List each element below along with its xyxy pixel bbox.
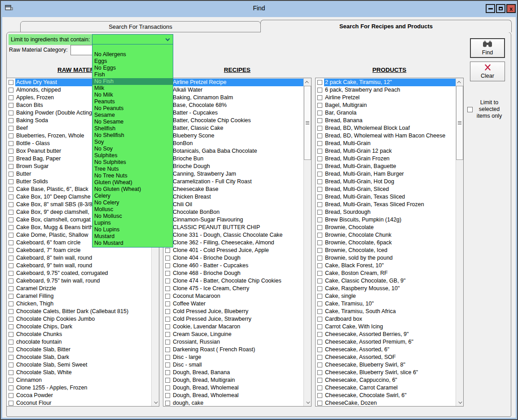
list-item[interactable]: Chocolate Calets, Bitter Dark (Callebaut…: [7, 308, 151, 315]
item-checkbox[interactable]: [317, 141, 322, 146]
list-item[interactable]: Bread, Multi-Grain, Hot Dog: [316, 178, 456, 186]
item-checkbox[interactable]: [317, 126, 322, 131]
list-item[interactable]: Bread, Multi-Grain, Texas Sliced Frozen: [316, 201, 456, 208]
item-checkbox[interactable]: [165, 332, 170, 337]
list-item[interactable]: Cheesecake, Blueberry Swirl, 8": [316, 361, 456, 369]
dropdown-option[interactable]: Milk: [92, 85, 173, 92]
item-checkbox[interactable]: [9, 95, 13, 100]
item-checkbox[interactable]: [9, 355, 13, 360]
list-item[interactable]: Brew Biscuits, Pumpkin (142g): [316, 216, 456, 224]
list-item[interactable]: Brioche Bun: [163, 155, 303, 163]
item-checkbox[interactable]: [9, 385, 13, 390]
titlebar[interactable]: Find x: [1, 1, 517, 16]
item-checkbox[interactable]: [165, 271, 170, 276]
item-checkbox[interactable]: [9, 401, 13, 406]
list-item[interactable]: Bread, BD, Wholemeal with Ham Bacon Chee…: [316, 132, 456, 140]
allergen-combobox[interactable]: [92, 34, 173, 44]
item-checkbox[interactable]: [9, 240, 13, 245]
list-item[interactable]: Clone 404 - Brioche Dough: [163, 254, 303, 262]
list-item[interactable]: Brownie, Chocolate Chunk: [316, 231, 456, 239]
item-checkbox[interactable]: [165, 401, 170, 406]
item-checkbox[interactable]: [317, 294, 322, 299]
list-item[interactable]: Chocolate Slab, White: [7, 369, 151, 376]
list-item[interactable]: Batter, Chocolate Chip Cookies: [163, 117, 303, 124]
list-item[interactable]: Blueberry Scone: [163, 132, 303, 140]
list-item[interactable]: Cinnamon: [7, 376, 151, 384]
item-checkbox[interactable]: [9, 271, 13, 276]
item-checkbox[interactable]: [317, 279, 322, 283]
item-checkbox[interactable]: [165, 301, 170, 306]
item-checkbox[interactable]: [317, 301, 322, 306]
list-item[interactable]: Batter, Classic Cake: [163, 124, 303, 132]
list-item[interactable]: Dough, Bread, Multigrain: [163, 376, 303, 384]
item-checkbox[interactable]: [9, 103, 13, 108]
item-checkbox[interactable]: [9, 133, 13, 138]
item-checkbox[interactable]: [165, 286, 170, 291]
item-checkbox[interactable]: [9, 126, 13, 131]
list-item[interactable]: Cake, Classic Chocolate, GB, 9": [316, 277, 456, 285]
item-checkbox[interactable]: [317, 149, 322, 154]
list-item[interactable]: Caramelization - Full City Roast: [163, 178, 303, 186]
item-checkbox[interactable]: [317, 385, 322, 390]
list-item[interactable]: 6 pack, Strawberry and Peach: [316, 86, 456, 94]
list-item[interactable]: Coffee Water: [163, 300, 303, 308]
item-checkbox[interactable]: [165, 347, 170, 352]
list-item[interactable]: CLASSIC PEANUT BUTTER CHIP: [163, 224, 303, 231]
item-checkbox[interactable]: [317, 378, 322, 383]
list-item[interactable]: Chocolate Slab, Bitter: [7, 346, 151, 354]
item-checkbox[interactable]: [317, 256, 322, 261]
dropdown-option[interactable]: No Eggs: [92, 65, 173, 71]
dropdown-option[interactable]: Sesame: [92, 112, 173, 119]
item-checkbox[interactable]: [317, 133, 322, 138]
allergen-dropdown-list[interactable]: No AllergensEggsNo EggsFishNo FishMilkNo…: [92, 44, 173, 248]
dropdown-option[interactable]: [92, 45, 173, 51]
item-checkbox[interactable]: [165, 393, 170, 398]
list-item[interactable]: Caramel Drizzle: [7, 285, 151, 292]
item-checkbox[interactable]: [165, 248, 170, 253]
item-checkbox[interactable]: [317, 393, 322, 398]
clear-button[interactable]: Clear: [470, 62, 505, 81]
list-item[interactable]: Brownie, Chocolate, Iced: [316, 247, 456, 254]
list-item[interactable]: Bar, Granola: [316, 109, 456, 117]
item-checkbox[interactable]: [9, 88, 13, 93]
scrollbar-thumb[interactable]: [456, 86, 463, 160]
item-checkbox[interactable]: [9, 301, 13, 306]
item-checkbox[interactable]: [165, 340, 170, 345]
item-checkbox[interactable]: [165, 317, 170, 322]
item-checkbox[interactable]: [317, 240, 322, 245]
scroll-down-icon[interactable]: [456, 398, 463, 406]
item-checkbox[interactable]: [9, 225, 13, 230]
dropdown-option[interactable]: No Lupins: [92, 226, 173, 233]
dropdown-option[interactable]: Eggs: [92, 58, 173, 65]
item-checkbox[interactable]: [9, 363, 13, 367]
item-checkbox[interactable]: [165, 355, 170, 360]
list-item[interactable]: Cheesecake, Blueberry Swirl, slice 6": [316, 369, 456, 376]
item-checkbox[interactable]: [317, 355, 322, 360]
list-item[interactable]: Cakeboard, 9.75" coated, corrugated: [7, 270, 151, 277]
list-item[interactable]: Airline Pretzel: [316, 94, 456, 102]
list-item[interactable]: Cakeboard, 9" twin wall, round: [7, 262, 151, 270]
item-checkbox[interactable]: [9, 233, 13, 238]
item-checkbox[interactable]: [9, 279, 13, 283]
list-item[interactable]: Cheesecake, Assorted Premium, 6": [316, 338, 456, 346]
item-checkbox[interactable]: [317, 340, 322, 345]
item-checkbox[interactable]: [9, 217, 13, 222]
list-item[interactable]: Cheesecake, Cappuccino, 6": [316, 376, 456, 384]
item-checkbox[interactable]: [9, 256, 13, 261]
close-button[interactable]: x: [506, 4, 516, 13]
item-checkbox[interactable]: [9, 393, 13, 398]
item-checkbox[interactable]: [317, 202, 322, 207]
list-item[interactable]: Cakeboard, 7" foam circle: [7, 247, 151, 254]
list-item[interactable]: Cheesecake, Assorted, 6": [316, 346, 456, 354]
item-checkbox[interactable]: [9, 309, 13, 314]
list-item[interactable]: Cookie, Lavendar Macaron: [163, 323, 303, 331]
item-checkbox[interactable]: [9, 111, 13, 115]
item-checkbox[interactable]: [165, 309, 170, 314]
minimize-button[interactable]: [486, 4, 495, 13]
list-item[interactable]: Bread, Multi-Grain, Baguette: [316, 163, 456, 170]
item-checkbox[interactable]: [9, 164, 13, 169]
list-item[interactable]: Cheesecake, Chocolate Swirl, 6": [316, 392, 456, 399]
list-item[interactable]: Bread, Multi-Grain Frozen: [316, 155, 456, 163]
item-checkbox[interactable]: [9, 187, 13, 192]
list-item[interactable]: Crossiant, Russian: [163, 338, 303, 346]
